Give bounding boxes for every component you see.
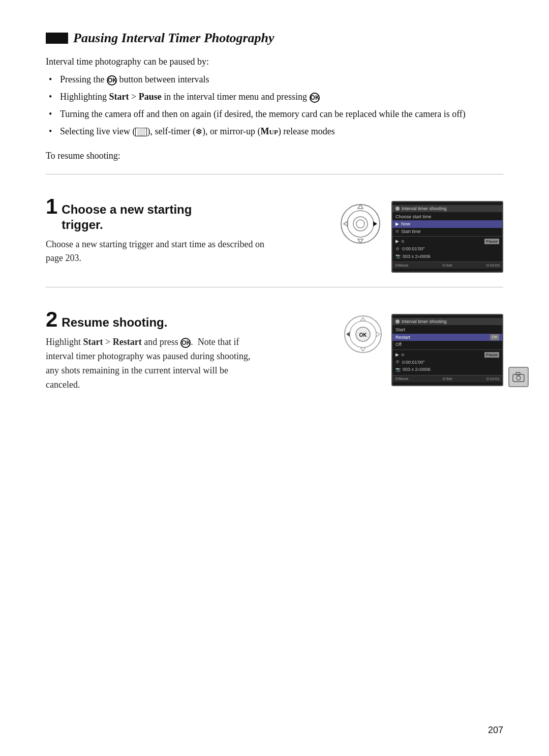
screen-1-starttime-row: ⊙ Start time	[392, 228, 502, 236]
step-2-section: 2 Resume shooting. Highlight Start > Res…	[46, 297, 503, 397]
step-2-header: 2 Resume shooting.	[46, 309, 264, 330]
step-1-right: Interval timer shooting Choose start tim…	[280, 196, 503, 273]
screen-2-shots-row: 📷 003 x 2=0006	[392, 366, 502, 373]
svg-marker-15	[376, 332, 380, 337]
svg-point-1	[347, 211, 374, 237]
step-1-heading: Choose a new startingtrigger.	[62, 202, 192, 232]
intro-text: Interval time photography can be paused …	[46, 55, 503, 69]
svg-text:OK: OK	[359, 332, 368, 338]
bullet-item-2: Highlighting Start > Pause in the interv…	[46, 90, 503, 104]
live-view-icon: ⬜	[135, 128, 147, 136]
bullet-list: Pressing the OK button between intervals…	[46, 73, 503, 139]
ok-icon-3: OK	[180, 338, 191, 348]
screen-2-timer-row: ⏱ ⊙00:01′00″	[392, 359, 502, 366]
bullet-item-3: Turning the camera off and then on again…	[46, 107, 503, 122]
screen-2-title: Interval timer shooting	[402, 319, 447, 324]
step-1-divider	[46, 174, 503, 175]
step-1-screen: Interval timer shooting Choose start tim…	[391, 201, 503, 273]
screen-1-now-row: ▶ Now	[392, 220, 502, 228]
step-2-left: 2 Resume shooting. Highlight Start > Res…	[46, 309, 280, 392]
step-1-section: 1 Choose a new startingtrigger. Choose a…	[46, 184, 503, 278]
screen-1-title-bar: Interval timer shooting	[392, 205, 502, 212]
bold-pause: Pause	[139, 92, 162, 102]
step-2-number: 2	[46, 309, 57, 330]
ok-icon-2: OK	[310, 93, 320, 103]
screen-1-play-row: ▶ ⊙ Pause	[392, 238, 502, 245]
screen-1-choose-label: Choose start time	[392, 213, 502, 221]
screen-2-bottom-bar: ⊙Move ⊙Set ⊙10:01	[392, 375, 502, 382]
title-text: Pausing Interval Timer Photography	[73, 31, 274, 46]
page-number: 207	[488, 725, 503, 736]
step-2-screen: Interval timer shooting Start Restart OK…	[391, 314, 503, 386]
step-1-dial	[338, 201, 383, 247]
step-2-ok-button-illus: OK	[343, 314, 383, 355]
step-2-right: OK Interval timer shooting	[280, 309, 503, 392]
screen-2-title-bar: Interval timer shooting	[392, 318, 502, 325]
step-2-body: Highlight Start > Restart and press OK. …	[46, 335, 264, 392]
screen-2-ok-label: OK	[490, 334, 499, 340]
step-1-body: Choose a new starting trigger and start …	[46, 238, 264, 266]
ok-icon-1: OK	[107, 75, 117, 85]
bullet-item-1: Pressing the OK button between intervals	[46, 73, 503, 87]
step-2-heading: Resume shooting.	[62, 315, 167, 330]
svg-marker-6	[358, 239, 363, 243]
svg-point-2	[353, 217, 368, 231]
step-1-number: 1	[46, 196, 57, 217]
svg-point-18	[516, 376, 521, 380]
svg-marker-12	[346, 332, 350, 337]
svg-rect-17	[516, 372, 520, 375]
svg-marker-13	[360, 317, 365, 321]
screen-2-start-label: Start	[392, 326, 502, 334]
svg-rect-16	[513, 374, 524, 382]
screen-1-shots-row: 📷 003 x 2=0006	[392, 253, 502, 260]
screen-2-off-row: Off	[392, 341, 502, 348]
screen-2-restart-row: Restart OK	[392, 334, 502, 341]
screen-1-timer-row: ⏱ ⊙00:01′00″	[392, 245, 502, 253]
screen-1-pause-label: Pause	[484, 239, 499, 244]
step-1-header: 1 Choose a new startingtrigger.	[46, 196, 264, 232]
svg-point-7	[356, 220, 364, 228]
camera-side-tab	[508, 367, 529, 387]
screen-2-play-row: ▶ ⊙ Pause	[392, 351, 502, 359]
screen-2-divider	[392, 350, 502, 350]
step-1-left: 1 Choose a new startingtrigger. Choose a…	[46, 196, 280, 273]
section-title: Pausing Interval Timer Photography	[46, 31, 503, 46]
screen-2-pause-label: Pause	[484, 352, 499, 358]
mup-label: Mup	[261, 126, 278, 136]
svg-marker-5	[358, 205, 363, 209]
resume-text: To resume shooting:	[46, 149, 503, 163]
screen-1-divider	[392, 236, 502, 237]
svg-marker-14	[360, 347, 365, 351]
self-timer-icon: ❆	[196, 128, 202, 136]
bold-restart: Restart	[113, 337, 142, 347]
svg-marker-3	[373, 221, 377, 226]
bold-start-2: Start	[83, 337, 103, 347]
bold-start-1: Start	[109, 92, 129, 102]
step-2-divider	[46, 287, 503, 287]
screen-1-bottom-bar: ⊙Move ⊙Set ⊙10:03	[392, 261, 502, 269]
bullet-item-4: Selecting live view (⬜), self-timer (❆),…	[46, 125, 503, 139]
screen-2-icon	[395, 319, 400, 324]
screen-1-icon	[395, 207, 400, 211]
page-wrapper: Pausing Interval Timer Photography Inter…	[46, 31, 503, 397]
screen-1-title: Interval timer shooting	[402, 206, 447, 211]
